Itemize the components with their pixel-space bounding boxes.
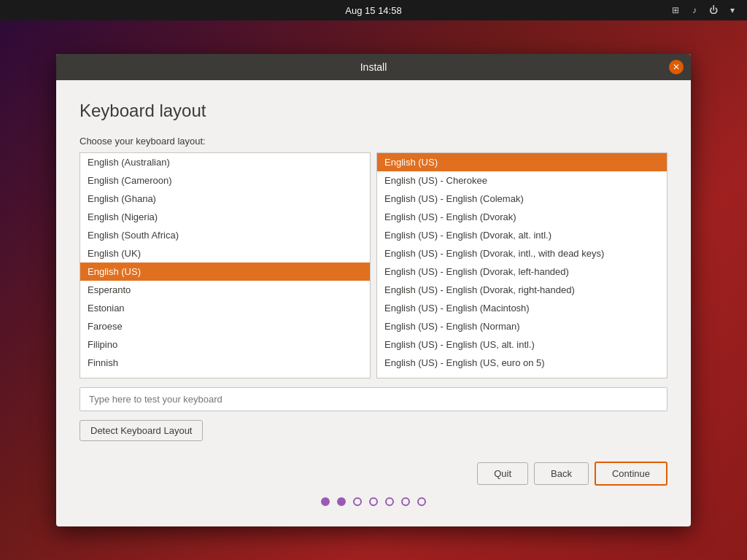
list-item[interactable]: English (Nigeria) (80, 208, 370, 226)
list-item[interactable]: Faroese (80, 317, 370, 335)
list-item[interactable]: English (US) - English (US, intl., with … (377, 372, 667, 378)
progress-dots (80, 486, 667, 512)
close-button[interactable]: ✕ (669, 60, 684, 74)
install-dialog: Install ✕ Keyboard layout Choose your ke… (56, 54, 691, 526)
progress-dot (369, 497, 378, 506)
quit-button[interactable]: Quit (477, 462, 528, 485)
continue-button[interactable]: Continue (595, 462, 667, 486)
layout-list[interactable]: English (US)English (US) - CherokeeEngli… (376, 152, 667, 378)
section-label: Choose your keyboard layout: (80, 136, 667, 147)
lists-row: English (Australian)English (Cameroon)En… (80, 152, 667, 378)
detect-keyboard-button[interactable]: Detect Keyboard Layout (80, 420, 203, 441)
list-item[interactable]: English (UK) (80, 244, 370, 262)
list-item[interactable]: English (US) - English (Dvorak, intl., w… (377, 244, 667, 262)
topbar: Aug 15 14:58 ⊞ ♪ ⏻ ▾ (0, 0, 747, 20)
progress-dot (401, 497, 410, 506)
topbar-datetime: Aug 15 14:58 (252, 5, 495, 16)
list-item[interactable]: English (US) - English (US, euro on 5) (377, 354, 667, 372)
volume-icon: ♪ (689, 4, 700, 16)
progress-dot (321, 497, 330, 506)
desktop: Install ✕ Keyboard layout Choose your ke… (0, 20, 747, 560)
network-icon: ⊞ (670, 4, 681, 16)
power-icon: ⏻ (708, 4, 719, 16)
list-item[interactable]: French (80, 372, 370, 378)
dialog-body: Keyboard layout Choose your keyboard lay… (56, 80, 691, 526)
back-button[interactable]: Back (534, 462, 589, 485)
list-item[interactable]: Finnish (80, 354, 370, 372)
page-title: Keyboard layout (80, 101, 667, 121)
list-item[interactable]: English (US) - English (Macintosh) (377, 299, 667, 317)
list-item[interactable]: English (US) - English (Norman) (377, 317, 667, 335)
list-item[interactable]: English (US) - English (Dvorak) (377, 208, 667, 226)
titlebar: Install ✕ (56, 54, 691, 80)
topbar-right: ⊞ ♪ ⏻ ▾ (495, 4, 738, 16)
list-item[interactable]: English (US) - English (US, alt. intl.) (377, 335, 667, 354)
navigation-row: Quit Back Continue (80, 456, 667, 486)
keyboard-test-input[interactable] (80, 387, 667, 411)
list-item[interactable]: Estonian (80, 299, 370, 317)
list-item[interactable]: English (US) - Cherokee (377, 171, 667, 190)
progress-dot (353, 497, 362, 506)
list-item[interactable]: English (Cameroon) (80, 171, 370, 190)
list-item[interactable]: English (US) - English (Dvorak, right-ha… (377, 281, 667, 299)
dialog-title: Install (360, 61, 387, 73)
list-item[interactable]: English (US) (377, 153, 667, 171)
list-item[interactable]: Filipino (80, 335, 370, 354)
list-item[interactable]: English (US) (80, 262, 370, 281)
list-item[interactable]: English (US) - English (Dvorak, left-han… (377, 262, 667, 281)
progress-dot (417, 497, 426, 506)
progress-dot (385, 497, 394, 506)
list-item[interactable]: English (Ghana) (80, 190, 370, 208)
progress-dot (337, 497, 346, 506)
menu-icon: ▾ (727, 4, 738, 16)
list-item[interactable]: English (US) - English (Colemak) (377, 190, 667, 208)
language-list[interactable]: English (Australian)English (Cameroon)En… (80, 152, 371, 378)
list-item[interactable]: English (US) - English (Dvorak, alt. int… (377, 226, 667, 244)
list-item[interactable]: English (Australian) (80, 153, 370, 171)
list-item[interactable]: Esperanto (80, 281, 370, 299)
list-item[interactable]: English (South Africa) (80, 226, 370, 244)
